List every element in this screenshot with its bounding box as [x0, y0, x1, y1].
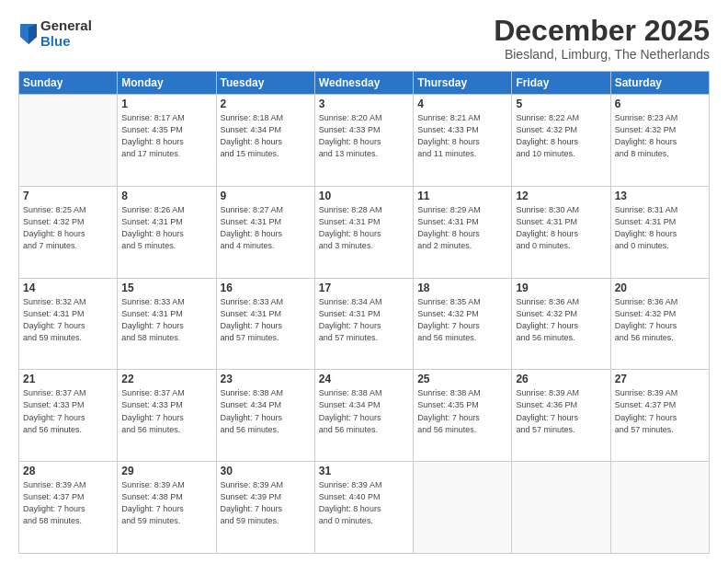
calendar-week-row: 21Sunrise: 8:37 AM Sunset: 4:33 PM Dayli… — [19, 370, 710, 462]
logo-blue: Blue — [40, 34, 92, 50]
day-number: 18 — [417, 282, 507, 294]
day-number: 7 — [23, 190, 113, 202]
day-info: Sunrise: 8:26 AM Sunset: 4:31 PM Dayligh… — [121, 204, 211, 252]
day-number: 30 — [221, 465, 311, 477]
calendar-cell: 18Sunrise: 8:35 AM Sunset: 4:32 PM Dayli… — [414, 278, 512, 370]
calendar-cell — [610, 462, 709, 554]
day-number: 9 — [221, 190, 311, 202]
day-info: Sunrise: 8:30 AM Sunset: 4:31 PM Dayligh… — [516, 204, 606, 252]
day-info: Sunrise: 8:39 AM Sunset: 4:38 PM Dayligh… — [121, 479, 211, 527]
calendar-cell: 10Sunrise: 8:28 AM Sunset: 4:31 PM Dayli… — [314, 186, 413, 278]
page: General Blue December 2025 Biesland, Lim… — [0, 0, 728, 563]
day-info: Sunrise: 8:17 AM Sunset: 4:35 PM Dayligh… — [121, 112, 211, 160]
day-number: 23 — [221, 373, 311, 385]
day-number: 17 — [319, 282, 409, 294]
day-number: 16 — [221, 282, 311, 294]
day-number: 10 — [319, 190, 409, 202]
day-number: 3 — [319, 98, 409, 110]
col-header-friday: Friday — [512, 72, 610, 95]
calendar-cell: 2Sunrise: 8:18 AM Sunset: 4:34 PM Daylig… — [216, 95, 314, 187]
calendar-cell: 30Sunrise: 8:39 AM Sunset: 4:39 PM Dayli… — [216, 462, 314, 554]
day-info: Sunrise: 8:31 AM Sunset: 4:31 PM Dayligh… — [615, 204, 705, 252]
day-info: Sunrise: 8:22 AM Sunset: 4:32 PM Dayligh… — [516, 112, 606, 160]
location: Biesland, Limburg, The Netherlands — [494, 47, 710, 62]
day-info: Sunrise: 8:35 AM Sunset: 4:32 PM Dayligh… — [417, 296, 507, 344]
month-title: December 2025 — [494, 15, 710, 47]
calendar-cell: 1Sunrise: 8:17 AM Sunset: 4:35 PM Daylig… — [118, 95, 216, 187]
logo-text: General Blue — [40, 18, 92, 49]
day-number: 24 — [319, 373, 409, 385]
day-info: Sunrise: 8:34 AM Sunset: 4:31 PM Dayligh… — [319, 296, 409, 344]
calendar-cell: 14Sunrise: 8:32 AM Sunset: 4:31 PM Dayli… — [19, 278, 118, 370]
calendar-week-row: 1Sunrise: 8:17 AM Sunset: 4:35 PM Daylig… — [19, 95, 710, 187]
day-number: 13 — [615, 190, 705, 202]
calendar-cell — [19, 95, 118, 187]
col-header-sunday: Sunday — [19, 72, 118, 95]
calendar-cell: 27Sunrise: 8:39 AM Sunset: 4:37 PM Dayli… — [610, 370, 709, 462]
logo-general: General — [40, 18, 92, 34]
col-header-tuesday: Tuesday — [216, 72, 314, 95]
calendar-cell — [512, 462, 610, 554]
calendar-week-row: 28Sunrise: 8:39 AM Sunset: 4:37 PM Dayli… — [19, 462, 710, 554]
day-info: Sunrise: 8:39 AM Sunset: 4:37 PM Dayligh… — [615, 387, 705, 435]
calendar-cell: 12Sunrise: 8:30 AM Sunset: 4:31 PM Dayli… — [512, 186, 610, 278]
day-number: 19 — [516, 282, 606, 294]
day-number: 12 — [516, 190, 606, 202]
day-number: 8 — [121, 190, 211, 202]
calendar-cell: 20Sunrise: 8:36 AM Sunset: 4:32 PM Dayli… — [610, 278, 709, 370]
calendar-week-row: 7Sunrise: 8:25 AM Sunset: 4:32 PM Daylig… — [19, 186, 710, 278]
day-info: Sunrise: 8:33 AM Sunset: 4:31 PM Dayligh… — [121, 296, 211, 344]
day-number: 6 — [615, 98, 705, 110]
calendar-cell: 5Sunrise: 8:22 AM Sunset: 4:32 PM Daylig… — [512, 95, 610, 187]
day-number: 15 — [121, 282, 211, 294]
calendar-cell: 31Sunrise: 8:39 AM Sunset: 4:40 PM Dayli… — [314, 462, 413, 554]
calendar-cell: 29Sunrise: 8:39 AM Sunset: 4:38 PM Dayli… — [118, 462, 216, 554]
calendar-cell: 21Sunrise: 8:37 AM Sunset: 4:33 PM Dayli… — [19, 370, 118, 462]
day-number: 26 — [516, 373, 606, 385]
calendar-cell: 15Sunrise: 8:33 AM Sunset: 4:31 PM Dayli… — [118, 278, 216, 370]
day-number: 11 — [417, 190, 507, 202]
logo: General Blue — [18, 18, 92, 49]
day-info: Sunrise: 8:37 AM Sunset: 4:33 PM Dayligh… — [121, 387, 211, 435]
calendar-cell: 8Sunrise: 8:26 AM Sunset: 4:31 PM Daylig… — [118, 186, 216, 278]
calendar-cell: 28Sunrise: 8:39 AM Sunset: 4:37 PM Dayli… — [19, 462, 118, 554]
day-info: Sunrise: 8:25 AM Sunset: 4:32 PM Dayligh… — [23, 204, 113, 252]
day-number: 31 — [319, 465, 409, 477]
day-number: 1 — [121, 98, 211, 110]
day-number: 22 — [121, 373, 211, 385]
day-number: 5 — [516, 98, 606, 110]
calendar-cell: 6Sunrise: 8:23 AM Sunset: 4:32 PM Daylig… — [610, 95, 709, 187]
calendar-table: SundayMondayTuesdayWednesdayThursdayFrid… — [18, 71, 710, 554]
day-info: Sunrise: 8:32 AM Sunset: 4:31 PM Dayligh… — [23, 296, 113, 344]
col-header-monday: Monday — [118, 72, 216, 95]
day-info: Sunrise: 8:29 AM Sunset: 4:31 PM Dayligh… — [417, 204, 507, 252]
calendar-cell: 4Sunrise: 8:21 AM Sunset: 4:33 PM Daylig… — [414, 95, 512, 187]
day-number: 28 — [23, 465, 113, 477]
col-header-wednesday: Wednesday — [314, 72, 413, 95]
day-info: Sunrise: 8:21 AM Sunset: 4:33 PM Dayligh… — [417, 112, 507, 160]
day-info: Sunrise: 8:27 AM Sunset: 4:31 PM Dayligh… — [221, 204, 311, 252]
logo-icon — [20, 24, 37, 44]
day-number: 2 — [221, 98, 311, 110]
calendar-cell: 25Sunrise: 8:38 AM Sunset: 4:35 PM Dayli… — [414, 370, 512, 462]
day-info: Sunrise: 8:33 AM Sunset: 4:31 PM Dayligh… — [221, 296, 311, 344]
calendar-header-row: SundayMondayTuesdayWednesdayThursdayFrid… — [19, 72, 710, 95]
day-info: Sunrise: 8:20 AM Sunset: 4:33 PM Dayligh… — [319, 112, 409, 160]
col-header-thursday: Thursday — [414, 72, 512, 95]
calendar-cell: 22Sunrise: 8:37 AM Sunset: 4:33 PM Dayli… — [118, 370, 216, 462]
calendar-cell: 11Sunrise: 8:29 AM Sunset: 4:31 PM Dayli… — [414, 186, 512, 278]
day-number: 14 — [23, 282, 113, 294]
calendar-cell: 16Sunrise: 8:33 AM Sunset: 4:31 PM Dayli… — [216, 278, 314, 370]
day-info: Sunrise: 8:38 AM Sunset: 4:34 PM Dayligh… — [319, 387, 409, 435]
calendar-cell: 9Sunrise: 8:27 AM Sunset: 4:31 PM Daylig… — [216, 186, 314, 278]
day-info: Sunrise: 8:37 AM Sunset: 4:33 PM Dayligh… — [23, 387, 113, 435]
day-number: 25 — [417, 373, 507, 385]
day-info: Sunrise: 8:18 AM Sunset: 4:34 PM Dayligh… — [221, 112, 311, 160]
calendar-cell: 17Sunrise: 8:34 AM Sunset: 4:31 PM Dayli… — [314, 278, 413, 370]
day-info: Sunrise: 8:28 AM Sunset: 4:31 PM Dayligh… — [319, 204, 409, 252]
title-block: December 2025 Biesland, Limburg, The Net… — [494, 15, 710, 62]
day-info: Sunrise: 8:39 AM Sunset: 4:37 PM Dayligh… — [23, 479, 113, 527]
day-info: Sunrise: 8:36 AM Sunset: 4:32 PM Dayligh… — [516, 296, 606, 344]
day-info: Sunrise: 8:23 AM Sunset: 4:32 PM Dayligh… — [615, 112, 705, 160]
calendar-cell — [414, 462, 512, 554]
